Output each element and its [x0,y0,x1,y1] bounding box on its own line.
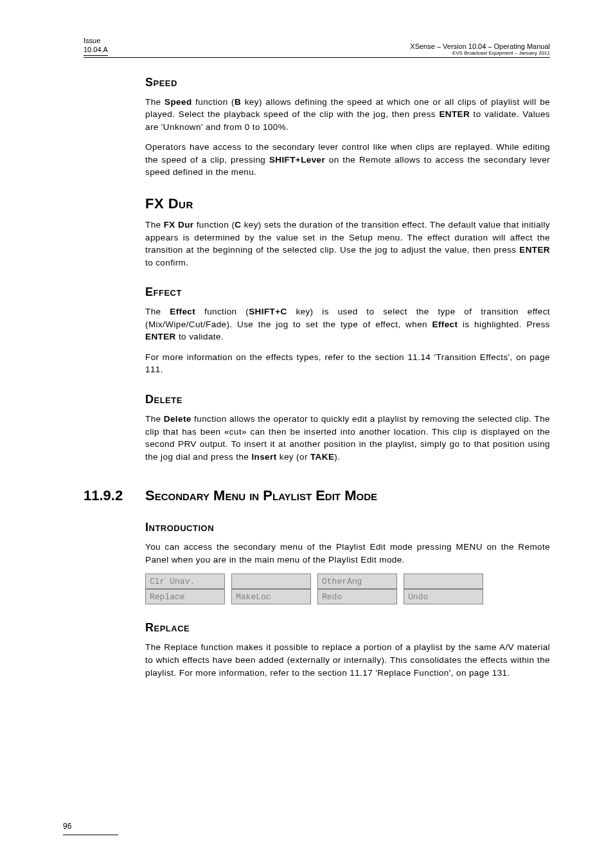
menu-cell-empty [404,574,483,589]
text-bold: B [235,97,241,107]
menu-cell-replace: Replace [145,589,225,604]
menu-table: Clr Unav. OtherAng Replace MakeLoc Redo … [139,574,490,604]
header-doc-sub: EVS Broadcast Equipment – January 2011 [410,50,550,56]
text-bold: Insert [251,452,276,462]
page-footer: 96 [63,822,89,832]
text: function ( [195,307,249,316]
text-bold: TAKE [310,452,334,462]
page-number: 96 [63,822,71,831]
text: The [145,97,164,107]
text-bold: Effect [432,320,458,329]
heading-introduction: Introduction [145,521,550,534]
text: key (or [277,452,310,462]
text: function allows the operator to quickly … [145,414,550,462]
heading-effect: Effect [145,285,550,299]
text-bold: ENTER [439,109,470,119]
menu-cell-undo: Undo [404,589,483,604]
effect-paragraph-1: The Effect function (SHIFT+C key) is use… [145,305,550,343]
table-row: Replace MakeLoc Redo Undo [145,589,483,604]
text-bold: Effect [170,307,195,316]
effect-paragraph-2: For more information on the effects type… [145,351,550,376]
text-bold: Delete [164,414,191,424]
text: to validate. [176,332,224,341]
menu-cell-makeloc: MakeLoc [231,589,311,604]
text-bold: SHIFT+Lever [269,155,325,165]
text: The [145,220,164,230]
text: function ( [192,97,235,107]
text-bold: ENTER [145,332,176,341]
text-bold: Speed [164,97,192,107]
speed-paragraph-2: Operators have access to the secondary l… [145,141,550,179]
heading-secondary-menu: 11.9.2 Secondary Menu in Playlist Edit M… [145,487,550,504]
text: function ( [193,220,235,230]
delete-paragraph-1: The Delete function allows the operator … [145,413,550,463]
text-bold: ENTER [519,245,550,255]
heading-delete: Delete [145,393,550,406]
text: to confirm. [145,258,188,267]
speed-paragraph-1: The Speed function (B key) allows defini… [145,96,550,134]
heading-replace: Replace [145,621,550,635]
text-bold: C [235,220,241,230]
menu-cell-empty [231,574,311,589]
heading-speed: Speed [145,76,550,89]
section-number: 11.9.2 [84,487,123,504]
heading-fxdur: FX Dur [145,195,550,212]
fxdur-paragraph-1: The FX Dur function (C key) sets the dur… [145,219,550,269]
page-header: Issue 10.04.A XSense – Version 10.04 – O… [84,36,550,58]
header-left: Issue 10.04.A [84,36,108,56]
replace-paragraph-1: The Replace function makes it possible t… [145,641,550,679]
section-title: Secondary Menu in Playlist Edit Mode [145,487,377,503]
text-bold: FX Dur [164,220,194,230]
header-issue-label: Issue [84,37,100,44]
menu-cell-redo: Redo [317,589,397,604]
page: Issue 10.04.A XSense – Version 10.04 – O… [0,0,613,868]
text: ). [334,452,340,462]
text: is highlighted. Press [458,320,550,329]
introduction-paragraph-1: You can access the secondary menu of the… [145,541,550,566]
header-right: XSense – Version 10.04 – Operating Manua… [410,42,550,56]
text-bold: SHIFT+C [249,307,287,316]
menu-cell-clr-unav: Clr Unav. [145,574,225,589]
text: The [145,414,164,424]
text: The [145,307,170,316]
table-row: Clr Unav. OtherAng [145,574,483,589]
header-issue-version: 10.04.A [84,46,108,53]
menu-cell-otherang: OtherAng [317,574,397,589]
content: Speed The Speed function (B key) allows … [84,76,550,680]
header-doc-title: XSense – Version 10.04 – Operating Manua… [410,42,550,50]
footer-line [63,835,118,835]
